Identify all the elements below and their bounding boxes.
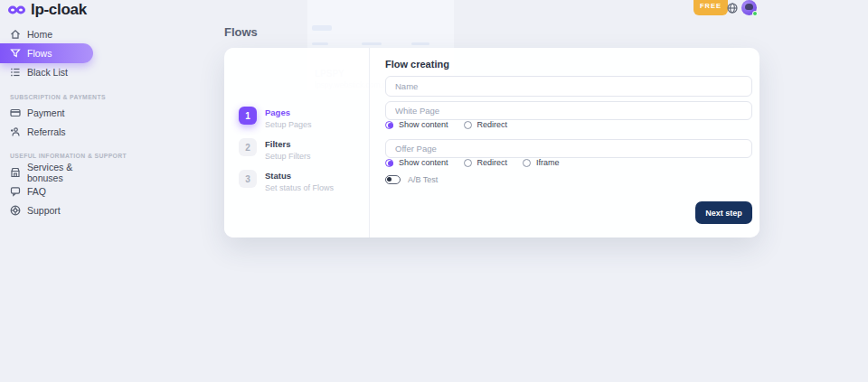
offer-page-input[interactable] [385, 139, 752, 158]
logo-text: lp-cloak [31, 1, 87, 19]
toggle-knob [387, 177, 392, 182]
radio-iframe[interactable]: Iframe [523, 158, 560, 167]
user-avatar[interactable] [741, 0, 757, 15]
sidebar-item-referrals[interactable]: Referrals [0, 126, 101, 138]
radio-redirect[interactable]: Redirect [464, 158, 508, 167]
support-lifebuoy-icon [10, 205, 21, 216]
stepper-step-filters[interactable]: 2 Filters Setup Filters [239, 138, 311, 161]
credit-card-icon [10, 107, 21, 118]
name-input[interactable] [385, 76, 752, 97]
radio-label: Iframe [536, 158, 560, 167]
toggle-label: A/B Test [408, 175, 438, 184]
page-title: Flows [224, 25, 258, 39]
toggle-switch [385, 175, 401, 184]
radio-circle [385, 121, 393, 129]
sidebar-item-payment[interactable]: Payment [0, 107, 101, 119]
flow-creating-modal: 1 Pages Setup Pages 2 Filters Setup Filt… [224, 48, 760, 238]
section-label: USEFUL INFORMATION & SUPPORT [10, 153, 127, 159]
radio-circle [464, 121, 472, 129]
sidebar-item-faq[interactable]: FAQ [0, 185, 101, 198]
radio-show-content[interactable]: Show content [385, 120, 448, 129]
sidebar-section-subscription: SUBSCRIPTION & PAYMENTS [0, 93, 101, 100]
radio-label: Redirect [477, 120, 508, 129]
flows-filter-icon [10, 48, 21, 59]
sidebar-item-label: FAQ [27, 186, 46, 197]
avatar-figure [745, 4, 753, 10]
app-logo[interactable]: lp-cloak [7, 1, 87, 19]
stepper-step-status[interactable]: 3 Status Set status of Flows [239, 170, 334, 192]
plan-badge-button[interactable]: FREE [693, 0, 728, 15]
faq-chat-icon [10, 186, 21, 197]
background-colhead-hint [312, 42, 328, 45]
background-button-hint [312, 25, 332, 31]
step-label: Status [265, 170, 334, 181]
next-step-button[interactable]: Next step [695, 201, 752, 224]
step-sublabel: Setup Pages [265, 120, 312, 129]
radio-label: Show content [399, 158, 448, 167]
sidebar-item-label: Black List [27, 67, 68, 78]
sidebar-item-support[interactable]: Support [0, 204, 101, 217]
step-sublabel: Set status of Flows [265, 183, 334, 192]
step-number: 1 [239, 107, 257, 125]
radio-circle [385, 159, 393, 167]
sidebar-section-support: USEFUL INFORMATION & SUPPORT [0, 152, 101, 159]
radio-label: Redirect [477, 158, 508, 167]
sidebar-item-label: Support [27, 205, 61, 216]
step-number: 2 [239, 138, 257, 156]
stepper-step-pages[interactable]: 1 Pages Setup Pages [239, 107, 312, 129]
radio-label: Show content [399, 120, 448, 129]
language-globe-icon[interactable] [727, 3, 738, 14]
home-icon [10, 29, 21, 40]
radio-circle [464, 159, 472, 167]
sidebar-item-label: Services & bonuses [27, 162, 101, 183]
sidebar: Home Flows Black List SUBSCRIPTION & PAY… [0, 28, 101, 217]
sidebar-item-label: Flows [27, 48, 52, 59]
modal-divider [369, 48, 370, 238]
white-page-input[interactable] [385, 101, 752, 120]
section-label: SUBSCRIPTION & PAYMENTS [10, 94, 106, 100]
sidebar-item-home[interactable]: Home [0, 28, 101, 41]
flow-form: Flow creating Show content Redirect Show… [385, 48, 752, 238]
sidebar-item-services[interactable]: Services & bonuses [0, 166, 101, 179]
background-colhead-hint [411, 42, 429, 45]
radio-redirect[interactable]: Redirect [464, 120, 508, 129]
services-store-icon [10, 167, 21, 178]
mask-logo-icon [7, 3, 26, 17]
ab-test-toggle[interactable]: A/B Test [385, 175, 438, 184]
step-label: Filters [265, 138, 311, 149]
radio-circle [523, 159, 531, 167]
white-page-mode-radios: Show content Redirect [385, 120, 507, 129]
online-status-dot [752, 11, 758, 16]
sidebar-item-flows[interactable]: Flows [0, 43, 93, 63]
list-icon [10, 67, 21, 78]
step-sublabel: Setup Filters [265, 152, 311, 161]
offer-page-mode-radios: Show content Redirect Iframe [385, 158, 560, 167]
step-number: 3 [239, 170, 257, 188]
sidebar-item-black-list[interactable]: Black List [0, 66, 101, 79]
sidebar-item-label: Home [27, 29, 52, 40]
sidebar-item-label: Payment [27, 107, 64, 118]
modal-title: Flow creating [385, 59, 449, 70]
step-label: Pages [265, 107, 312, 117]
sidebar-item-label: Referrals [27, 126, 66, 137]
radio-show-content[interactable]: Show content [385, 158, 448, 167]
background-colhead-hint [362, 42, 382, 45]
app-root: { "app": { "logo_text": "lp-cloak" }, "h… [0, 0, 868, 382]
referrals-people-icon [10, 126, 21, 137]
